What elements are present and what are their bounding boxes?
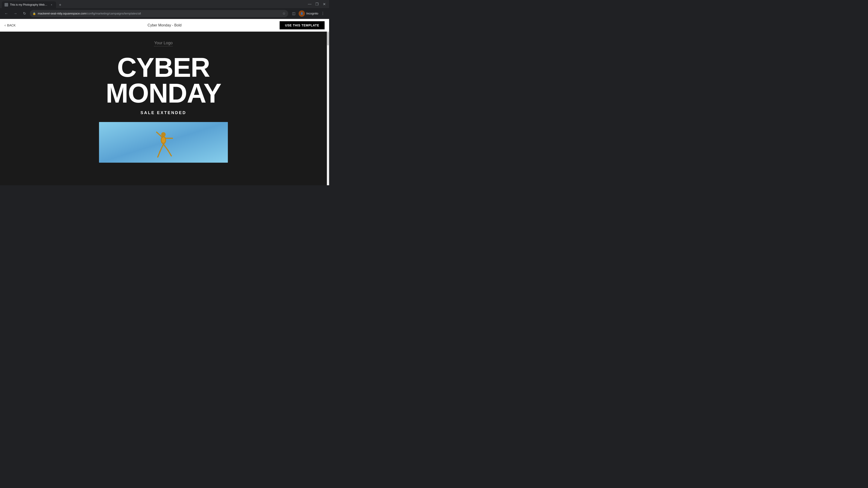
svg-point-2 [161,132,166,137]
back-label: BACK [7,24,16,27]
back-nav-button[interactable]: ← [3,10,10,17]
headline-line1: CYBER [106,55,221,80]
url-text: mackerel-seal-nldy.squarespace.com/confi… [38,12,281,15]
bookmark-star-icon[interactable]: ☆ [282,11,285,15]
address-bar[interactable]: 🔒 mackerel-seal-nldy.squarespace.com/con… [30,10,288,17]
active-tab[interactable]: This is my Photography Website × [2,1,56,8]
scrollbar-thumb[interactable] [327,32,329,45]
url-host: mackerel-seal-nldy.squarespace.com [38,12,86,15]
extensions-button[interactable]: ◫ [290,10,297,17]
svg-point-9 [162,137,165,143]
close-window-button[interactable]: ✕ [321,1,327,7]
title-bar: This is my Photography Website × + — ❐ ✕ [0,0,329,8]
back-button[interactable]: ‹ BACK [4,23,16,27]
tab-favicon [4,3,8,6]
window-controls: — ❐ ✕ [307,1,327,7]
use-template-button[interactable]: USE THIS TEMPLATE [280,21,324,29]
content-wrapper: Your Logo CYBER MONDAY SALE EXTENDED [0,32,329,185]
profile-picture-button[interactable]: 👤 [298,10,305,17]
minimize-button[interactable]: — [307,1,313,7]
page-content: ‹ BACK Cyber Monday - Bold USE THIS TEMP… [0,19,329,185]
forward-nav-button[interactable]: → [12,10,19,17]
email-preview-area: Your Logo CYBER MONDAY SALE EXTENDED [0,32,327,185]
back-chevron-icon: ‹ [4,23,6,27]
app-header: ‹ BACK Cyber Monday - Bold USE THIS TEMP… [0,19,329,32]
incognito-label: Incognito [306,12,318,15]
logo-area: Your Logo [154,41,173,45]
headline-line2: MONDAY [106,80,221,106]
new-tab-button[interactable]: + [57,2,63,8]
reload-button[interactable]: ↻ [21,10,28,17]
url-path: /config/marketing/campaigns/templates/al… [86,12,141,15]
incognito-avatar: 👤 [299,10,305,17]
browser-menu-button[interactable]: ⋮ [319,10,327,17]
nav-bar: ← → ↻ 🔒 mackerel-seal-nldy.squarespace.c… [0,8,329,19]
dancer-illustration [99,122,228,163]
scrollbar-track[interactable] [327,32,329,185]
logo-placeholder-text: Your Logo [154,41,173,46]
hero-image [99,122,228,163]
profile-initials: 👤 [301,12,303,15]
tab-close-button[interactable]: × [50,3,53,6]
lock-icon: 🔒 [33,12,36,15]
template-title: Cyber Monday - Bold [148,23,182,27]
sale-extended-text: SALE EXTENDED [141,110,186,115]
maximize-button[interactable]: ❐ [314,1,320,7]
tab-title: This is my Photography Website [10,3,48,6]
cyber-monday-headline: CYBER MONDAY [106,55,221,106]
browser-window: This is my Photography Website × + — ❐ ✕… [0,0,329,185]
nav-right-controls: ◫ 👤 Incognito ⋮ [290,10,327,17]
tab-strip: This is my Photography Website × + [2,0,63,8]
main-scrollable-content: Your Logo CYBER MONDAY SALE EXTENDED [0,32,327,185]
